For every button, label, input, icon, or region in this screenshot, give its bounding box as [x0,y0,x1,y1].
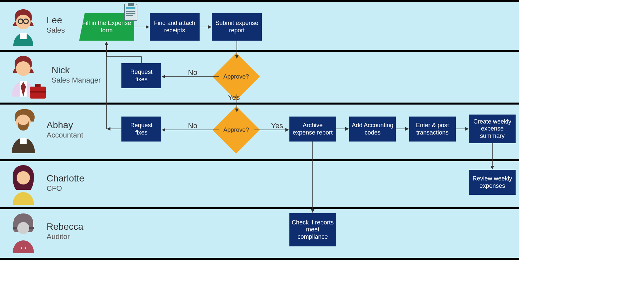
edge-label-no-1: No [188,68,197,77]
edge-label-no-2: No [188,122,197,130]
lane-divider [0,207,519,209]
lane-divider [0,258,519,260]
edge-label-yes-2: Yes [271,122,283,130]
svg-point-21 [17,222,29,234]
edge-label-yes-1: Yes [228,93,240,102]
persona-name-rebecca: Rebecca [47,221,83,232]
persona-name-charlotte: Charlotte [47,173,84,184]
persona-name-nick: Nick [52,65,70,76]
persona-role-abhay: Accountant [47,131,83,140]
svg-point-22 [21,247,22,249]
step-request-fixes-2: Request fixes [121,117,161,142]
step-create-weekly-summary: Create weekly expense summary [469,115,516,143]
svg-rect-5 [124,4,137,21]
persona-name-lee: Lee [47,15,62,26]
step-submit-expense-report: Submit expense report [212,13,262,41]
decision-approve-1: Approve? [213,53,259,100]
svg-point-11 [16,61,31,76]
svg-rect-6 [128,3,134,6]
swimlane-diagram: Lee Sales Fill in the Expense form Find … [0,0,519,260]
step-review-weekly-expenses: Review weekly expenses [469,170,516,195]
svg-rect-16 [30,91,46,93]
clipboard-icon [123,3,138,23]
avatar-rebecca [7,211,40,256]
avatar-lee [7,6,40,47]
persona-role-nick: Sales Manager [52,76,101,85]
lane-divider [0,159,519,161]
svg-rect-7 [126,7,135,9]
persona-role-rebecca: Auditor [47,232,70,241]
svg-rect-15 [35,84,41,87]
avatar-nick [7,53,40,105]
step-find-attach-receipts: Find and attach receipts [150,13,200,41]
avatar-abhay [7,107,40,158]
decision-approve-2: Approve? [213,107,259,153]
step-archive-report: Archive expense report [289,117,336,142]
lane-divider [0,0,519,2]
step-enter-post-transactions: Enter & post transactions [409,117,456,142]
lane-divider [0,50,519,52]
lane-divider [0,103,519,105]
step-add-accounting-codes: Add Accounting codes [349,117,396,142]
svg-rect-18 [20,138,27,144]
svg-rect-4 [20,33,27,39]
decision-approve-1-label: Approve? [213,53,259,100]
decision-approve-2-label: Approve? [213,107,259,153]
persona-role-charlotte: CFO [47,184,62,193]
step-check-compliance: Check if reports meet compliance [289,213,336,246]
avatar-charlotte [7,163,40,208]
persona-role-lee: Sales [47,26,65,35]
svg-point-19 [17,171,30,184]
svg-point-23 [25,247,26,249]
persona-name-abhay: Abhay [47,120,73,131]
step-request-fixes-1: Request fixes [121,63,161,88]
